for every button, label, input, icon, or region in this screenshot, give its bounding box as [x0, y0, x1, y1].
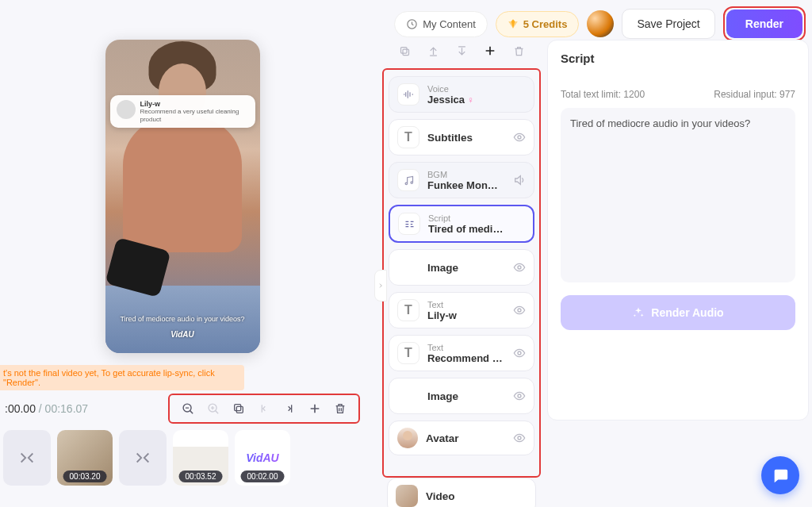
- layer-text[interactable]: T Text Recommend …: [389, 335, 534, 371]
- overlay-avatar-icon: [117, 100, 136, 119]
- layer-up-button[interactable]: [427, 44, 439, 57]
- layer-label: Script: [428, 213, 525, 223]
- layer-video[interactable]: Video: [387, 478, 536, 507]
- layer-avatar[interactable]: Avatar: [389, 421, 534, 455]
- svg-rect-4: [235, 405, 241, 411]
- svg-point-10: [518, 266, 521, 269]
- svg-point-9: [411, 181, 413, 183]
- render-button[interactable]: Render: [726, 10, 802, 38]
- clip-duration-badge: 00:03.20: [63, 471, 107, 482]
- layer-label: Text: [427, 300, 505, 309]
- script-text-content: Tired of mediocre audio in your videos?: [570, 117, 750, 129]
- sparkle-icon: [632, 306, 645, 319]
- copy-icon: [232, 402, 245, 415]
- visibility-icon[interactable]: [513, 432, 526, 444]
- svg-point-13: [518, 394, 521, 398]
- clip-thumbnail[interactable]: 00:03.52: [173, 430, 228, 486]
- layer-value: Tired of medi…: [428, 223, 504, 235]
- svg-point-12: [518, 351, 521, 355]
- copy-clip-button[interactable]: [232, 401, 246, 416]
- clip-thumbnail[interactable]: 00:03.20: [57, 430, 113, 486]
- render-audio-button[interactable]: Render Audio: [561, 295, 795, 330]
- script-icon: [398, 213, 420, 235]
- layer-value: Video: [426, 490, 502, 502]
- svg-rect-5: [403, 49, 409, 56]
- svg-point-8: [405, 182, 408, 185]
- volume-icon[interactable]: [513, 174, 526, 186]
- copy-icon: [399, 45, 411, 57]
- layer-text[interactable]: T Text Lily-w: [389, 292, 534, 328]
- text-icon: T: [397, 342, 419, 364]
- timecode: :00.00 / 00:16.07: [5, 402, 88, 415]
- preview-caption: Tired of mediocre audio in your videos?: [105, 315, 260, 323]
- svg-point-11: [518, 309, 521, 312]
- split-left-button[interactable]: [257, 401, 271, 416]
- layer-bgm[interactable]: BGM Funkee Monk…: [389, 162, 534, 198]
- voice-wave-icon: [397, 83, 419, 106]
- clip-thumbnail[interactable]: VidAU 00:02.00: [235, 430, 290, 486]
- my-content-pill[interactable]: My Content: [394, 11, 487, 37]
- trash-icon: [513, 45, 525, 57]
- avatar-body: [127, 56, 238, 214]
- chevron-right-icon: [377, 282, 384, 290]
- layer-image[interactable]: Image: [389, 378, 534, 414]
- support-chat-button[interactable]: [761, 456, 799, 494]
- layer-subtitles[interactable]: T Subtitles: [389, 119, 534, 156]
- layer-script[interactable]: Script Tired of medi…: [389, 205, 534, 243]
- credits-pill[interactable]: 5 Credits: [496, 11, 580, 37]
- credits-label: 5 Credits: [523, 18, 568, 30]
- panel-collapse-handle[interactable]: [374, 270, 387, 302]
- layer-toolbar: [382, 40, 541, 68]
- delete-clip-button[interactable]: [333, 401, 347, 416]
- zoom-in-button[interactable]: [206, 401, 220, 416]
- split-right-icon: [283, 402, 296, 415]
- diamond-icon: [508, 18, 519, 29]
- video-preview[interactable]: Lily-w Recommend a very useful cleaning …: [105, 40, 260, 353]
- visibility-icon[interactable]: [513, 390, 526, 402]
- layer-copy-button[interactable]: [398, 44, 411, 57]
- layer-label: Text: [427, 343, 505, 352]
- layer-voice[interactable]: Voice Jessica♀: [389, 76, 534, 113]
- clock-icon: [406, 18, 418, 30]
- render-tip-banner: t's not the final video yet, To get accu…: [0, 365, 244, 390]
- visibility-icon[interactable]: [513, 304, 526, 317]
- layer-value: Image: [427, 262, 504, 274]
- svg-point-7: [518, 136, 521, 139]
- transition-slot[interactable]: [3, 430, 51, 486]
- trash-icon: [334, 402, 347, 415]
- script-panel: Script Total text limit: 1200 Residual i…: [547, 40, 809, 421]
- vidau-logo-text: VidAU: [246, 451, 278, 464]
- visibility-icon[interactable]: [513, 261, 526, 274]
- layer-up-icon: [427, 45, 439, 57]
- user-avatar[interactable]: [587, 10, 614, 37]
- add-clip-button[interactable]: [308, 401, 322, 416]
- split-right-button[interactable]: [282, 401, 297, 416]
- layer-add-button[interactable]: [484, 44, 496, 57]
- avatar-thumbnail-icon: [397, 428, 418, 448]
- layer-label: Voice: [427, 84, 526, 94]
- spacer: [397, 256, 419, 278]
- layer-value: Image: [427, 390, 504, 402]
- time-current: :00.00: [5, 402, 36, 415]
- zoom-out-icon: [182, 402, 195, 416]
- transition-icon: [18, 449, 36, 467]
- render-audio-label: Render Audio: [651, 306, 723, 319]
- render-highlight-box: Render: [723, 6, 806, 41]
- overlay-description: Recommend a very useful cleaning product: [140, 108, 249, 123]
- overlay-name: Lily-w: [140, 100, 249, 108]
- layer-down-button[interactable]: [455, 44, 468, 57]
- transition-slot[interactable]: [119, 430, 167, 486]
- layer-value: Funkee Monk…: [427, 179, 504, 191]
- plus-icon: [308, 402, 321, 415]
- layer-image[interactable]: Image: [389, 249, 534, 286]
- layer-label: BGM: [427, 170, 505, 179]
- layer-delete-button[interactable]: [512, 44, 525, 57]
- transition-icon: [134, 449, 151, 467]
- script-textarea[interactable]: Tired of mediocre audio in your videos?: [561, 108, 795, 282]
- visibility-icon[interactable]: [513, 347, 526, 359]
- layer-down-icon: [456, 45, 468, 57]
- clip-strip: 00:03.20 00:03.52 VidAU 00:02.00: [3, 430, 290, 486]
- save-project-button[interactable]: Save Project: [622, 9, 714, 39]
- visibility-icon[interactable]: [513, 131, 526, 144]
- zoom-out-button[interactable]: [181, 401, 195, 416]
